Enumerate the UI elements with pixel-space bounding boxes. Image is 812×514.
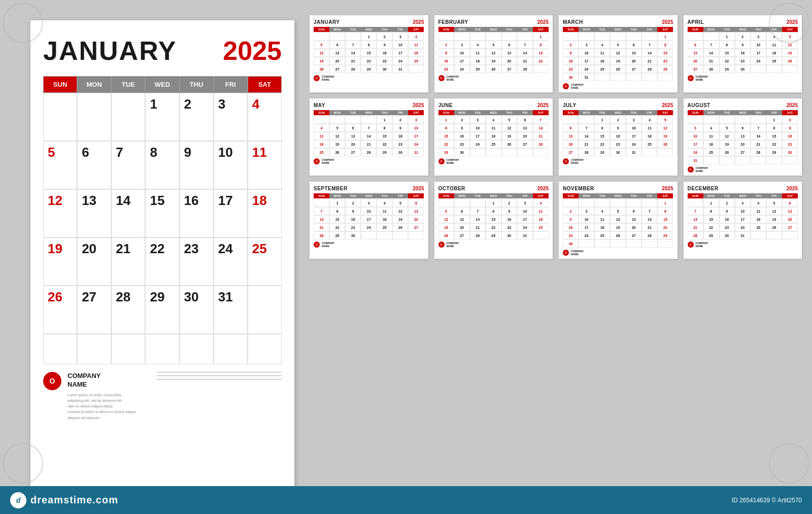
sc-cell: 8 <box>594 124 610 132</box>
sc-cell: 16 <box>610 132 626 140</box>
sc-cell: 29 <box>438 148 454 156</box>
sc-cell: 3 <box>579 207 594 215</box>
main-cell: 6 <box>77 141 111 189</box>
sc-cell: 17 <box>735 215 751 223</box>
sc-cell <box>766 156 782 164</box>
sc-cell: 16 <box>563 223 579 231</box>
sc-cell: 30 <box>782 148 798 156</box>
sc-cell: 27 <box>329 65 345 73</box>
sc-cell: 17 <box>454 57 470 65</box>
sc-year: 2025 <box>662 102 673 108</box>
sc-cell: 25 <box>314 148 329 156</box>
sc-cell: 6 <box>735 124 751 132</box>
sc-cell: 14 <box>579 132 594 140</box>
sc-cell: 3 <box>392 32 408 41</box>
sc-cell: 11 <box>594 215 610 223</box>
sc-cell: 20 <box>329 57 345 65</box>
sc-cell: 20 <box>735 140 751 148</box>
sc-cell: 12 <box>438 215 454 223</box>
sc-cell: 5 <box>719 124 735 132</box>
sc-day-header: FRI <box>641 193 657 198</box>
sc-cell: 24 <box>470 140 486 148</box>
sc-company: COMPANYNAME <box>696 75 708 81</box>
sc-cell: 8 <box>657 41 673 49</box>
sc-cell: 22 <box>719 57 735 65</box>
sc-cell: 13 <box>735 132 751 140</box>
sc-cell: 30 <box>345 231 361 239</box>
sc-day-header: SAT <box>408 193 424 198</box>
sc-cell: 6 <box>782 199 798 207</box>
main-cell: 5 <box>43 141 77 189</box>
sc-cell: 6 <box>626 207 641 215</box>
sc-cell: 8 <box>329 207 345 215</box>
sc-cell: 16 <box>377 49 392 57</box>
sc-cell <box>563 116 579 124</box>
sc-cell: 26 <box>766 223 782 231</box>
sc-cell: 2 <box>563 207 579 215</box>
sc-cell: 19 <box>501 132 517 140</box>
sc-cell: 23 <box>782 140 798 148</box>
sc-cell: 12 <box>782 41 798 49</box>
sc-cell: 16 <box>719 215 735 223</box>
sc-cell: 17 <box>579 223 594 231</box>
sc-day-header: MON <box>579 27 594 32</box>
sc-company: COMPANYNAME <box>322 242 334 248</box>
sc-cell: 11 <box>594 49 610 57</box>
sc-cell: 26 <box>501 140 517 148</box>
sc-cell: 2 <box>610 116 626 124</box>
main-cell: 9 <box>180 141 214 189</box>
sc-company: COMPANYNAME <box>447 158 459 164</box>
sc-cell: 18 <box>766 49 782 57</box>
sc-cell: 19 <box>329 140 345 148</box>
sc-cell: 20 <box>782 215 798 223</box>
sc-day-header: THU <box>626 27 641 32</box>
sc-cell: 18 <box>703 140 719 148</box>
sc-cell: 28 <box>361 148 377 156</box>
sc-cell: 25 <box>408 57 424 65</box>
sc-day-header: TUE <box>345 193 361 198</box>
sc-cell: 8 <box>533 41 549 49</box>
sc-cell: 10 <box>626 124 641 132</box>
sc-month: OCTOBER <box>438 186 465 191</box>
sc-cell: 15 <box>486 215 501 223</box>
sc-cell: 29 <box>719 65 735 73</box>
sc-logo: O <box>314 158 320 164</box>
sc-cell <box>641 199 657 207</box>
sc-cell: 14 <box>641 215 657 223</box>
sc-cell: 16 <box>392 132 408 140</box>
image-id: ID 265414639 © Artit2570 <box>732 497 802 504</box>
sc-cell: 11 <box>533 207 549 215</box>
sc-cell: 17 <box>579 57 594 65</box>
sc-cell: 6 <box>408 199 424 207</box>
sc-cell <box>408 65 424 73</box>
sc-logo: O <box>438 242 445 248</box>
sc-cell <box>735 116 751 124</box>
sc-grid: 1234567891011121314151617181920212223242… <box>563 116 673 156</box>
sc-cell: 13 <box>626 49 641 57</box>
sc-cell: 4 <box>408 32 424 41</box>
sc-cell: 28 <box>533 140 549 148</box>
sc-cell: 17 <box>751 49 766 57</box>
main-cell: 2 <box>180 93 214 141</box>
sc-cell: 2 <box>563 41 579 49</box>
sc-cell: 13 <box>626 215 641 223</box>
sc-cell: 13 <box>517 124 533 132</box>
sc-cell: 13 <box>329 49 345 57</box>
sc-cell: 14 <box>641 49 657 57</box>
sc-cell: 5 <box>438 207 454 215</box>
sc-day-header: MON <box>454 193 470 198</box>
sc-cell: 20 <box>563 140 579 148</box>
sc-cell <box>594 199 610 207</box>
sc-cell <box>610 73 626 81</box>
sc-cell: 24 <box>361 223 377 231</box>
sc-cell: 24 <box>626 140 641 148</box>
sc-footer: OCOMPANYNAME <box>688 166 798 173</box>
sc-year: 2025 <box>413 186 424 191</box>
sc-cell <box>782 231 798 239</box>
sc-cell: 14 <box>751 132 766 140</box>
sc-day-header: TUE <box>594 193 610 198</box>
sc-cell <box>782 156 798 164</box>
sc-cell <box>345 116 361 124</box>
sc-cell: 20 <box>408 215 424 223</box>
sc-year: 2025 <box>413 102 424 108</box>
